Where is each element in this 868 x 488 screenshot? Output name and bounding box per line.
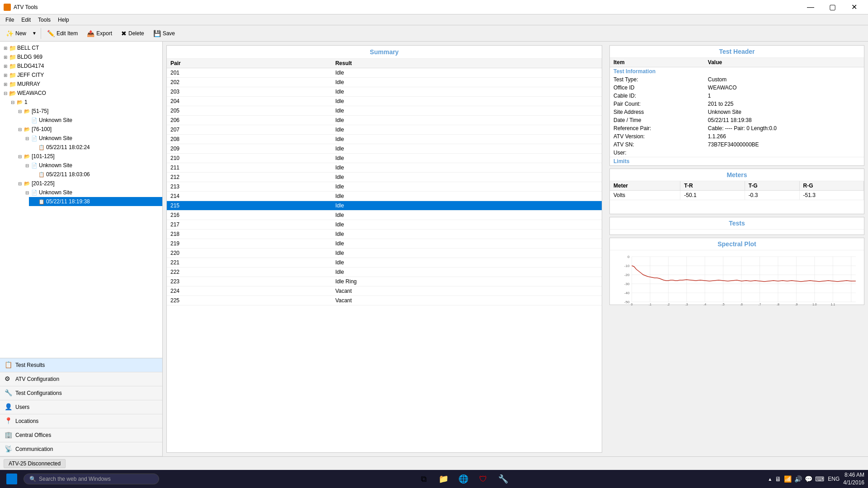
summary-row[interactable]: 217Idle [167, 220, 602, 230]
summary-row[interactable]: 221Idle [167, 258, 602, 267]
atv-version-item: ATV Version: [610, 132, 704, 141]
summary-row[interactable]: 215Idle [167, 201, 602, 211]
expand-record-76 [31, 144, 38, 151]
tree-item-unknown-site-201[interactable]: ⊟ 📄 Unknown Site [22, 188, 162, 197]
volume-icon: 🔊 [794, 475, 802, 483]
nav-test-configs[interactable]: 🔧 Test Configurations [0, 386, 162, 400]
nav-users[interactable]: 👤 Users [0, 400, 162, 414]
expand-jeff-city: ⊞ [2, 71, 9, 79]
tree-item-record-101[interactable]: 📋 05/22/11 18:03:06 [29, 170, 162, 179]
expand-201-225: ⊟ [16, 180, 24, 187]
nav-atv-config[interactable]: ⚙ ATV Configuration [0, 372, 162, 386]
summary-row[interactable]: 212Idle [167, 173, 602, 182]
taskbar-left: 🔍 Search the web and Windows [4, 471, 159, 487]
menu-edit[interactable]: Edit [18, 16, 34, 24]
tree-item-weawaco[interactable]: ⊟ 📂 WEAWACO [0, 89, 162, 98]
menu-tools[interactable]: Tools [34, 16, 54, 24]
summary-row[interactable]: 202Idle [167, 78, 602, 87]
tree-item-murray[interactable]: ⊞ 📁 MURRAY [0, 80, 162, 89]
summary-row[interactable]: 213Idle [167, 182, 602, 192]
tree-item-101-125[interactable]: ⊟ 📂 [101-125] [14, 152, 162, 161]
summary-row[interactable]: 209Idle [167, 144, 602, 154]
summary-row[interactable]: 204Idle [167, 97, 602, 106]
start-button[interactable] [4, 471, 20, 487]
test-header-row-cableid: Cable ID: 1 [610, 92, 864, 100]
tree-label-1: 1 [24, 99, 28, 105]
summary-row[interactable]: 207Idle [167, 125, 602, 135]
tree-item-record-76[interactable]: 📋 05/22/11 18:02:24 [29, 143, 162, 152]
expand-record-101 [31, 171, 38, 178]
tree-item-bell-ct[interactable]: ⊞ 📁 BELL CT [0, 43, 162, 52]
clock-date: 4/1/2016 [843, 479, 864, 487]
summary-cell-pair: 220 [167, 249, 332, 258]
wifi-icon: 📶 [784, 475, 792, 483]
menu-help[interactable]: Help [54, 16, 73, 24]
tree-item-1[interactable]: ⊟ 📂 1 [7, 98, 162, 107]
summary-table[interactable]: Pair Result 201Idle202Idle203Idle204Idle… [167, 59, 602, 452]
taskbar-app-multitask[interactable]: ⧉ [415, 470, 433, 488]
tree-item-unknown-site-101[interactable]: ⊟ 📄 Unknown Site [22, 161, 162, 170]
summary-row[interactable]: 216Idle [167, 211, 602, 220]
summary-row[interactable]: 201Idle [167, 68, 602, 78]
tree-item-record-201[interactable]: 📋 05/22/11 18:19:38 [29, 197, 162, 206]
summary-row[interactable]: 220Idle [167, 249, 602, 258]
tree-label-unknown-101: Unknown Site [39, 162, 72, 169]
new-dropdown-arrow[interactable]: ▼ [30, 29, 39, 38]
export-icon: 📤 [87, 30, 94, 37]
tree-item-bldg969[interactable]: ⊞ 📁 BLDG 969 [0, 52, 162, 61]
tree-item-76-100[interactable]: ⊟ 📂 [76-100] [14, 125, 162, 134]
export-button[interactable]: 📤 Export [83, 28, 116, 39]
taskbar-app-tools[interactable]: 🔧 [494, 470, 512, 488]
minimize-button[interactable]: — [800, 0, 821, 14]
summary-row[interactable]: 218Idle [167, 230, 602, 239]
summary-row[interactable]: 203Idle [167, 87, 602, 97]
delete-button[interactable]: ✖ Delete [117, 28, 148, 39]
tree-area[interactable]: ⊞ 📁 BELL CT ⊞ 📁 BLDG 969 ⊞ 📁 BLDG4174 ⊞ … [0, 42, 162, 358]
meters-label-volts: Volts [610, 191, 680, 200]
summary-row[interactable]: 219Idle [167, 239, 602, 249]
summary-row[interactable]: 225Vacant [167, 296, 602, 305]
nav-communication[interactable]: 📡 Communication [0, 442, 162, 456]
tree-item-jeff-city[interactable]: ⊞ 📁 JEFF CITY [0, 70, 162, 80]
taskbar-search[interactable]: 🔍 Search the web and Windows [24, 474, 159, 484]
nav-communication-icon: 📡 [5, 445, 13, 453]
summary-row[interactable]: 223Idle Ring [167, 277, 602, 286]
search-icon: 🔍 [29, 476, 36, 482]
summary-row[interactable]: 206Idle [167, 116, 602, 125]
nav-central-offices[interactable]: 🏢 Central Offices [0, 428, 162, 442]
taskbar-app-antivirus[interactable]: 🛡 [474, 470, 492, 488]
test-header-scroll[interactable]: Item Value Test Information Test Type: C… [610, 58, 864, 165]
summary-cell-result: Idle [332, 201, 602, 211]
taskbar-app-files[interactable]: 📁 [434, 470, 453, 488]
taskbar-app-chrome[interactable]: 🌐 [454, 470, 472, 488]
tree-item-201-225[interactable]: ⊟ 📂 [201-225] [14, 179, 162, 188]
summary-row[interactable]: 214Idle [167, 192, 602, 201]
nav-test-results[interactable]: 📋 Test Results [0, 358, 162, 372]
cable-id-item: Cable ID: [610, 92, 704, 100]
edit-item-button[interactable]: ✏️ Edit Item [43, 28, 82, 39]
sys-tray-icons: ▲ 🖥 📶 🔊 💬 ⌨ [768, 475, 824, 483]
save-button[interactable]: 💾 Save [149, 28, 179, 39]
menu-bar: File Edit Tools Help [0, 14, 868, 25]
summary-cell-result: Vacant [332, 296, 602, 305]
tree-item-51-75[interactable]: ⊟ 📂 [51-75] [14, 107, 162, 116]
summary-row[interactable]: 208Idle [167, 135, 602, 144]
tree-item-unknown-site-76[interactable]: ⊟ 📄 Unknown Site [22, 134, 162, 143]
tree-item-bldg4174[interactable]: ⊞ 📁 BLDG4174 [0, 61, 162, 70]
summary-row[interactable]: 205Idle [167, 106, 602, 116]
folder-icon-weawaco: 📂 [9, 89, 16, 97]
summary-row[interactable]: 224Vacant [167, 286, 602, 296]
summary-row[interactable]: 210Idle [167, 154, 602, 163]
new-button[interactable]: ✨ New [2, 28, 30, 39]
new-dropdown: ✨ New ▼ [2, 28, 39, 39]
summary-row[interactable]: 222Idle [167, 267, 602, 277]
pair-count-value: 201 to 225 [704, 100, 864, 108]
close-button[interactable]: ✕ [844, 0, 864, 14]
summary-cell-pair: 206 [167, 116, 332, 125]
menu-file[interactable]: File [2, 16, 18, 24]
nav-locations[interactable]: 📍 Locations [0, 414, 162, 428]
maximize-button[interactable]: ▢ [822, 0, 843, 14]
summary-row[interactable]: 211Idle [167, 163, 602, 173]
tree-label-jeff-city: JEFF CITY [17, 72, 44, 78]
tree-item-unknown-site-51[interactable]: 📄 Unknown Site [22, 116, 162, 125]
